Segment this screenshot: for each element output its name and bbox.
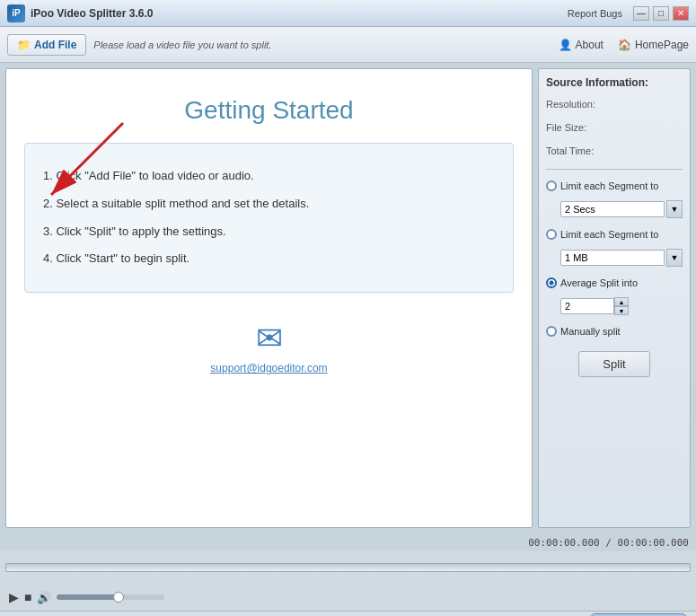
title-bar-left: iP iPoo Video Splitter 3.6.0 [7,4,153,22]
option4-label: Manually split [560,326,621,337]
volume-thumb [113,592,124,603]
time-text: 00:00:00.000 / 00:00:00.000 [528,537,689,549]
option3-label: Average Split into [560,277,638,288]
split-button[interactable]: Split [578,351,650,377]
stop-button[interactable]: ■ [24,590,31,604]
bottom-bar: Output Folder: Browse... Open Output Sta… [0,611,696,616]
option3-spinner-input[interactable] [560,298,614,314]
timeline-bar[interactable] [5,563,691,572]
app-title: iPoo Video Splitter 3.6.0 [31,7,153,20]
total-time: 00:00:00.000 [618,537,689,549]
option1-label: Limit each Segment to [560,180,658,191]
option2-label: Limit each Segment to [560,229,658,240]
play-button[interactable]: ▶ [9,590,19,604]
left-panel: Getting Started 1. Click "Add File" to l… [5,68,533,528]
option4-row[interactable]: Manually split [546,326,683,337]
source-info-title: Source Information: [546,76,683,89]
instruction-1: 1. Click "Add File" to load video or aud… [43,167,495,186]
timeline-area [0,551,696,584]
instruction-4: 4. Click "Start" to begin split. [43,250,495,268]
option1-value: 2 Secs [560,201,665,217]
resolution-row: Resolution: [546,96,683,114]
time-separator: / [605,537,617,549]
volume-icon: 🔊 [37,591,51,604]
about-link[interactable]: 👤 About [559,39,603,51]
player-area: ▶ ■ 🔊 [0,584,696,611]
toolbar-right: 👤 About 🏠 HomePage [559,39,689,51]
option2-select-row: 1 MB ▼ [560,249,683,267]
spinner-up-btn[interactable]: ▲ [614,297,629,306]
minimize-button[interactable]: — [633,6,649,21]
option1-row[interactable]: Limit each Segment to [546,180,683,191]
option3-radio[interactable] [546,277,557,288]
toolbar: 📁 Add File Please load a video file you … [0,27,696,63]
file-size-row: File Size: [546,119,683,137]
maximize-button[interactable]: □ [653,6,669,21]
getting-started-title: Getting Started [6,96,532,125]
resolution-label: Resolution: [546,99,595,110]
total-time-row: Total Time: [546,143,683,161]
app-icon: iP [7,4,25,22]
option4-radio[interactable] [546,326,557,337]
time-display: 00:00:00.000 / 00:00:00.000 [0,533,696,551]
instruction-3: 3. Click "Split" to apply the settings. [43,223,495,242]
spinner-buttons: ▲ ▼ [614,297,629,315]
spinner-down-btn[interactable]: ▼ [614,306,629,315]
option1-radio[interactable] [546,180,557,191]
main-area: Getting Started 1. Click "Add File" to l… [0,63,696,533]
homepage-link[interactable]: 🏠 HomePage [618,39,689,51]
title-bar: iP iPoo Video Splitter 3.6.0 Report Bugs… [0,0,696,27]
email-link[interactable]: support@idgoeditor.com [210,362,327,374]
right-panel: Source Information: Resolution: File Siz… [538,68,691,528]
status-text: Please load a video file you want to spl… [93,40,271,50]
total-time-label: Total Time: [546,145,594,156]
option1-select-row: 2 Secs ▼ [560,200,683,218]
add-file-icon: 📁 [17,39,31,51]
report-bugs-label: Report Bugs [568,8,622,19]
option3-row[interactable]: Average Split into [546,277,683,288]
instruction-2: 2. Select a suitable split method and se… [43,195,495,214]
add-file-button[interactable]: 📁 Add File [7,34,86,56]
option2-radio[interactable] [546,229,557,240]
about-icon: 👤 [559,39,572,51]
home-icon: 🏠 [618,39,631,51]
volume-slider[interactable] [57,594,164,600]
close-button[interactable]: ✕ [673,6,689,21]
divider-1 [546,169,683,170]
option2-dropdown-btn[interactable]: ▼ [666,249,683,267]
option2-row[interactable]: Limit each Segment to [546,229,683,240]
current-time: 00:00:00.000 [528,537,599,549]
title-bar-right: Report Bugs — □ ✕ [568,6,689,21]
email-section: ✉ support@idgoeditor.com [6,320,532,374]
instructions-box: 1. Click "Add File" to load video or aud… [24,143,514,293]
email-icon: ✉ [6,320,532,357]
option3-spinner-row: ▲ ▼ [560,297,683,315]
file-size-label: File Size: [546,122,586,133]
option2-value: 1 MB [560,250,665,266]
option1-dropdown-btn[interactable]: ▼ [666,200,683,218]
